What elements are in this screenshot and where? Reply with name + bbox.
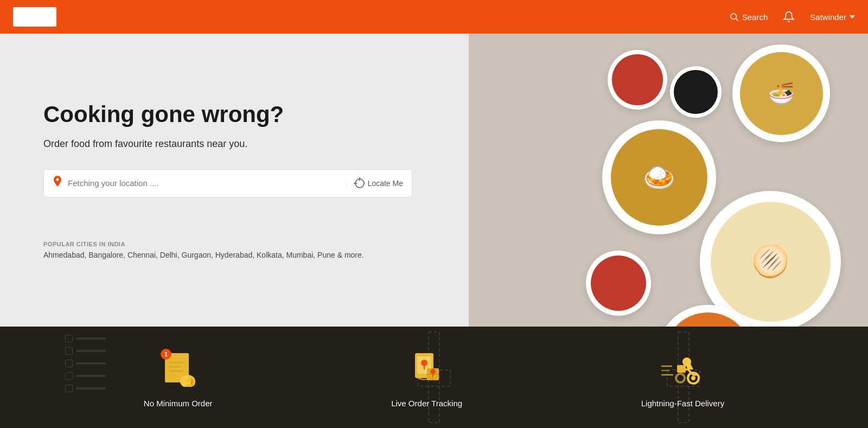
locate-me-button[interactable]: Locate Me [347,178,403,188]
target-icon [355,178,365,188]
location-input[interactable] [68,178,347,188]
order-icon-wrap: 👍 1 [159,348,196,389]
search-icon [729,12,739,22]
header-right: Search Satwinder [729,11,855,23]
live-tracking-label: Live Order Tracking [391,399,462,408]
delivery-icon [661,349,704,388]
feature-fast-delivery: Lightning-Fast Delivery [641,347,724,408]
curry-bowl-1 [586,251,651,316]
live-tracking-icon-container [405,347,449,390]
fast-delivery-label: Lightning-Fast Delivery [641,399,724,408]
hero-subtitle: Order food from favourite restaurants ne… [43,138,425,150]
location-pin-icon [53,176,62,188]
hero-section: Cooking gone wrong? Order food from favo… [0,34,868,327]
search-button[interactable]: Search [729,12,768,22]
svg-point-27 [682,357,691,366]
svg-rect-28 [677,365,686,373]
no-minimum-order-label: No Minimum Order [144,399,213,408]
feature-live-tracking: Live Order Tracking [391,347,462,408]
svg-rect-9 [169,366,181,368]
sauce-bowl-2 [670,66,722,118]
food-background: 🍜 🍛 🫓 🍲 [469,34,868,327]
svg-point-21 [430,369,436,374]
search-label: Search [742,12,768,22]
user-menu[interactable]: Satwinder [810,12,855,22]
svg-point-26 [691,376,695,380]
header: Search Satwinder [0,0,868,34]
logo[interactable] [13,7,56,27]
hero-title: Cooking gone wrong? [43,101,425,128]
feature-no-minimum-order: 👍 1 No Minimum Order [144,347,213,408]
svg-text:👍: 👍 [184,375,196,387]
user-name: Satwinder [810,12,846,22]
pin-icon [53,176,62,190]
noodles-bowl: 🍜 [732,44,830,142]
svg-point-29 [676,374,685,382]
tracking-icon [407,349,446,388]
svg-rect-8 [169,361,184,363]
fast-delivery-icon-container [661,347,704,390]
hero-left: Cooking gone wrong? Order food from favo… [0,34,469,327]
popular-cities-heading: POPULAR CITIES IN INDIA [43,241,425,247]
svg-rect-10 [169,370,183,372]
popular-cities-section: POPULAR CITIES IN INDIA Ahmedabad, Banga… [43,241,425,259]
svg-point-16 [421,360,427,366]
locate-me-label: Locate Me [368,179,403,188]
chevron-down-icon [850,15,855,18]
hero-food-image: 🍜 🍛 🫓 🍲 [469,34,868,327]
popular-cities-list: Ahmedabad, Bangalore, Chennai, Delhi, Gu… [43,251,425,259]
location-search-bar[interactable]: Locate Me [43,169,412,197]
svg-line-1 [736,18,738,21]
biryani-bowl: 🍛 [602,120,716,234]
no-minimum-order-icon-container: 👍 1 [156,347,200,390]
features-section: 👍 1 No Minimum Order [0,327,868,428]
sauce-bowl-1 [608,50,667,110]
svg-point-0 [731,14,737,20]
notification-bell-icon[interactable] [783,11,795,23]
